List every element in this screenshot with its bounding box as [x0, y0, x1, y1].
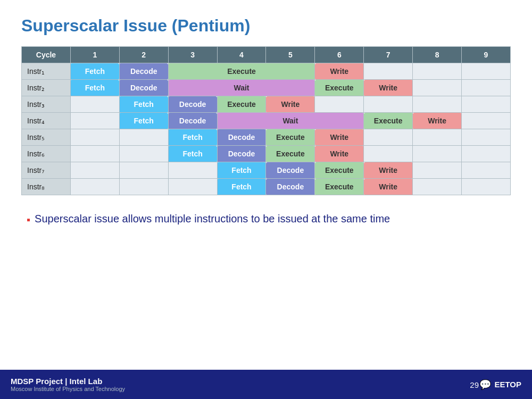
cell-8-8	[413, 179, 462, 195]
cell-3-5: Write	[266, 96, 315, 113]
cell-5-1	[70, 129, 119, 146]
cell-7-5: Decode	[266, 162, 315, 179]
cell-7-2	[119, 162, 168, 179]
cell-3-8	[413, 96, 462, 113]
cell-6-3: Fetch	[168, 146, 217, 162]
cell-6-6: Write	[315, 146, 364, 162]
bullet-section: ▪ Superscalar issue allows multiple inst…	[21, 211, 511, 227]
table-row: Instr₅FetchDecodeExecuteWrite	[22, 129, 511, 146]
col-header-8: 8	[413, 47, 462, 63]
footer-title: MDSP Project | Intel Lab	[11, 377, 125, 386]
cell-1-3: Execute	[168, 63, 315, 80]
instr-label-6: Instr₆	[22, 146, 71, 162]
cell-3-9	[462, 96, 511, 113]
cell-6-8	[413, 146, 462, 162]
cell-4-5: Execute	[364, 113, 413, 129]
cell-8-5: Decode	[266, 179, 315, 195]
cell-7-9	[462, 162, 511, 179]
instr-label-5: Instr₅	[22, 129, 71, 146]
bullet-icon: ▪	[27, 212, 30, 227]
col-header-5: 5	[266, 47, 315, 63]
bullet-item: ▪ Superscalar issue allows multiple inst…	[27, 211, 511, 227]
table-row: Instr₇FetchDecodeExecuteWrite	[22, 162, 511, 179]
wechat-icon: 💬	[479, 379, 491, 390]
col-header-1: 1	[70, 47, 119, 63]
col-header-9: 9	[462, 47, 511, 63]
cell-5-2	[119, 129, 168, 146]
cell-1-2: Decode	[119, 63, 168, 80]
cell-1-6	[413, 63, 462, 80]
footer-logo: EETOP	[494, 380, 521, 389]
col-header-cycle: Cycle	[22, 47, 71, 63]
cell-5-5: Execute	[266, 129, 315, 146]
cell-8-2	[119, 179, 168, 195]
table-row: Instr₃FetchDecodeExecuteWrite	[22, 96, 511, 113]
cell-4-1	[70, 113, 119, 129]
cell-6-4: Decode	[217, 146, 266, 162]
table-row: Instr₄FetchDecodeWaitExecuteWrite	[22, 113, 511, 129]
cell-7-7: Write	[364, 162, 413, 179]
cell-6-2	[119, 146, 168, 162]
cell-4-6: Write	[413, 113, 462, 129]
cell-1-1: Fetch	[70, 63, 119, 80]
cell-1-5	[364, 63, 413, 80]
cell-8-6: Execute	[315, 179, 364, 195]
cell-8-7: Write	[364, 179, 413, 195]
instr-label-1: Instr₁	[22, 63, 71, 80]
cell-2-3: Wait	[168, 80, 315, 96]
table-row: Instr₁FetchDecodeExecuteWrite	[22, 63, 511, 80]
cell-7-1	[70, 162, 119, 179]
cell-8-3	[168, 179, 217, 195]
footer-left: MDSP Project | Intel Lab Moscow Institut…	[11, 377, 125, 392]
instr-label-4: Instr₄	[22, 113, 71, 129]
cell-7-4: Fetch	[217, 162, 266, 179]
cell-1-7	[462, 63, 511, 80]
table-row: Instr₂FetchDecodeWaitExecuteWrite	[22, 80, 511, 96]
cell-4-4: Wait	[217, 113, 364, 129]
slide: Superscalar Issue (Pentium) Cycle 1 2 3 …	[0, 0, 532, 399]
pipeline-table: Cycle 1 2 3 4 5 6 7 8 9 Instr₁FetchDecod…	[21, 46, 511, 195]
cell-5-6: Write	[315, 129, 364, 146]
cell-7-8	[413, 162, 462, 179]
cell-6-1	[70, 146, 119, 162]
cell-3-2: Fetch	[119, 96, 168, 113]
page-title: Superscalar Issue (Pentium)	[21, 16, 511, 36]
cell-6-7	[364, 146, 413, 162]
cell-6-5: Execute	[266, 146, 315, 162]
cell-3-6	[315, 96, 364, 113]
col-header-4: 4	[217, 47, 266, 63]
instr-label-7: Instr₇	[22, 162, 71, 179]
cell-3-7	[364, 96, 413, 113]
table-header-row: Cycle 1 2 3 4 5 6 7 8 9	[22, 47, 511, 63]
col-header-2: 2	[119, 47, 168, 63]
instr-label-8: Instr₈	[22, 179, 71, 195]
table-row: Instr₆FetchDecodeExecuteWrite	[22, 146, 511, 162]
cell-2-7	[462, 80, 511, 96]
footer: MDSP Project | Intel Lab Moscow Institut…	[0, 370, 532, 399]
cell-4-3: Decode	[168, 113, 217, 129]
col-header-3: 3	[168, 47, 217, 63]
cell-5-4: Decode	[217, 129, 266, 146]
page-number: 29	[470, 380, 479, 389]
bullet-text: Superscalar issue allows multiple instru…	[35, 211, 390, 226]
cell-8-1	[70, 179, 119, 195]
cell-7-3	[168, 162, 217, 179]
cell-5-8	[413, 129, 462, 146]
cell-7-6: Execute	[315, 162, 364, 179]
cell-5-9	[462, 129, 511, 146]
cell-3-1	[70, 96, 119, 113]
instr-label-3: Instr₃	[22, 96, 71, 113]
cell-1-4: Write	[315, 63, 364, 80]
col-header-7: 7	[364, 47, 413, 63]
cell-2-2: Decode	[119, 80, 168, 96]
table-row: Instr₈FetchDecodeExecuteWrite	[22, 179, 511, 195]
cell-2-5: Write	[364, 80, 413, 96]
footer-right: 💬 EETOP	[479, 379, 521, 390]
cell-8-9	[462, 179, 511, 195]
cell-3-4: Execute	[217, 96, 266, 113]
cell-3-3: Decode	[168, 96, 217, 113]
cell-5-3: Fetch	[168, 129, 217, 146]
cell-2-1: Fetch	[70, 80, 119, 96]
cell-2-4: Execute	[315, 80, 364, 96]
col-header-6: 6	[315, 47, 364, 63]
